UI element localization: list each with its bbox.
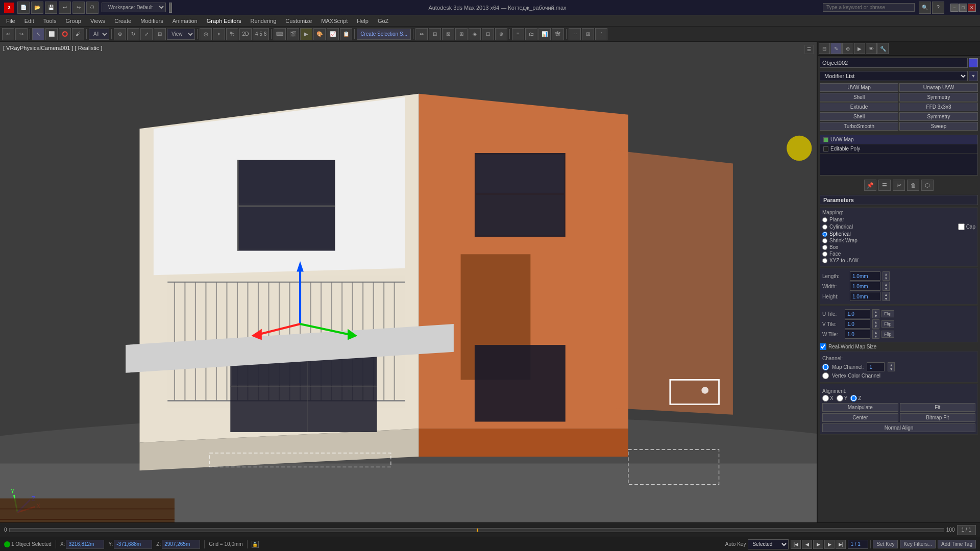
modifier-list-arrow[interactable]: ▼	[969, 71, 978, 81]
mod-shell-1[interactable]: Shell	[820, 93, 898, 102]
w-tile-input[interactable]	[845, 330, 870, 339]
menu-edit[interactable]: Edit	[20, 17, 38, 25]
new-button[interactable]: 📄	[17, 2, 30, 14]
width-input[interactable]	[850, 282, 880, 291]
vertex-color-radio[interactable]	[822, 372, 829, 379]
stack-item-editable-poly[interactable]: Editable Poly	[820, 144, 977, 154]
select-by-name-button[interactable]: 📋	[340, 28, 352, 40]
length-spinner[interactable]: ▲ ▼	[883, 271, 890, 281]
radio-spherical-input[interactable]	[822, 232, 827, 237]
lock-icon[interactable]: 🔒	[252, 541, 259, 548]
map-channel-input[interactable]	[867, 362, 885, 371]
menu-customize[interactable]: Customize	[281, 17, 316, 25]
manipulate-button[interactable]: Manipulate	[822, 403, 898, 412]
panel-tab-hierarchy[interactable]: ⊕	[842, 43, 853, 54]
menu-modifiers[interactable]: Modifiers	[136, 17, 167, 25]
panel-tab-display[interactable]: ⊟	[819, 43, 830, 54]
u-flip-button[interactable]: Flip	[881, 310, 894, 317]
next-key-button[interactable]: ▶	[824, 540, 835, 549]
align-to-view-button[interactable]: ⊛	[495, 28, 507, 40]
object-name-input[interactable]	[820, 58, 968, 68]
help-button[interactable]: ?	[932, 2, 944, 14]
normal-align-button[interactable]: ⊞	[455, 28, 468, 40]
material-editor-button[interactable]: 🎨	[313, 28, 326, 40]
filter-dropdown[interactable]: All	[89, 29, 109, 40]
center-button[interactable]: ◎	[200, 28, 212, 40]
x-align-radio[interactable]	[822, 395, 829, 402]
channel-spinner[interactable]: ▲ ▼	[888, 362, 895, 371]
u-tile-input[interactable]	[845, 309, 870, 318]
menu-graph-editors[interactable]: Graph Editors	[203, 17, 246, 25]
play-button[interactable]: ▶	[813, 540, 823, 549]
parameters-title[interactable]: Parameters	[820, 195, 978, 205]
radio-xyz-to-uvw-input[interactable]	[822, 258, 827, 263]
track-view-button[interactable]: 📊	[538, 28, 551, 40]
scale-button[interactable]: ⤢	[140, 28, 153, 40]
mod-symmetry-2[interactable]: Symmetry	[899, 112, 978, 121]
panel-tab-utilities[interactable]: 🔧	[877, 43, 889, 54]
stack-item-uvw-map[interactable]: UVW Map	[820, 135, 977, 144]
workspace-resize[interactable]	[169, 3, 172, 13]
radio-box-input[interactable]	[822, 245, 827, 250]
mod-turbosmooth[interactable]: TurboSmooth	[820, 122, 898, 131]
more-button[interactable]: ⋯	[569, 28, 581, 40]
w-tile-spinner[interactable]: ▲ ▼	[872, 330, 879, 339]
mod-symmetry-1[interactable]: Symmetry	[899, 93, 978, 102]
next-frame-button[interactable]: ▶|	[836, 540, 846, 549]
panel-tab-display2[interactable]: 👁	[866, 43, 877, 54]
v-flip-button[interactable]: Flip	[881, 320, 894, 328]
schematic-view-button[interactable]: 🕸	[552, 28, 564, 40]
menu-views[interactable]: Views	[86, 17, 109, 25]
modifier-list-dropdown[interactable]: Modifier List	[820, 71, 968, 81]
viewport-menu-button[interactable]: ☰	[804, 45, 814, 54]
w-flip-button[interactable]: Flip	[881, 331, 894, 338]
key-filters-button[interactable]: Key Filters...	[900, 540, 936, 548]
mod-unwrap-uvw[interactable]: Unwrap UVW	[899, 83, 978, 92]
height-input[interactable]	[850, 292, 880, 301]
cap-checkbox[interactable]	[958, 223, 965, 230]
ref-coord-dropdown[interactable]: View	[167, 29, 195, 40]
snap-2d-button[interactable]: 2D	[239, 28, 252, 40]
map-channel-radio[interactable]	[822, 364, 829, 370]
mod-uwv-map[interactable]: UVW Map	[820, 83, 898, 92]
align-view-button[interactable]: ⊠	[442, 28, 454, 40]
panel-tab-modify[interactable]: ✎	[830, 43, 842, 54]
menu-animation[interactable]: Animation	[168, 17, 202, 25]
mirror-button[interactable]: ⇔	[415, 28, 428, 40]
align-button[interactable]: ⊟	[429, 28, 441, 40]
percent-snap-button[interactable]: %	[226, 28, 238, 40]
radio-shrink-wrap-input[interactable]	[822, 238, 827, 243]
undo-toolbar-button[interactable]: ↩	[2, 28, 14, 40]
align-camera-button[interactable]: ⊡	[482, 28, 494, 40]
angle-snap-button[interactable]: ⌖	[213, 28, 225, 40]
rotate-button[interactable]: ↻	[127, 28, 139, 40]
show-all-button[interactable]: ☰	[878, 180, 891, 191]
history-button[interactable]: ⏱	[86, 2, 99, 14]
prev-frame-button[interactable]: |◀	[791, 540, 801, 549]
menu-maxscript[interactable]: MAXScript	[317, 17, 352, 25]
prev-key-button[interactable]: ◀	[802, 540, 812, 549]
undo-button[interactable]: ↩	[59, 2, 71, 14]
keyboard-shortcut-button[interactable]: ⌨	[274, 28, 286, 40]
set-key-button[interactable]: Set Key	[873, 540, 898, 548]
real-world-checkbox[interactable]	[820, 343, 826, 350]
close-button[interactable]: ✕	[968, 4, 976, 12]
search-input[interactable]	[823, 3, 915, 12]
menu-file[interactable]: File	[2, 17, 19, 25]
render-button[interactable]: ▶	[300, 28, 312, 40]
y-align-radio[interactable]	[837, 395, 843, 402]
mod-shell-2[interactable]: Shell	[820, 112, 898, 121]
scene-explorer-button[interactable]: 🗂	[525, 28, 537, 40]
timeline-indicator[interactable]	[477, 529, 478, 532]
radio-cylindrical-input[interactable]	[822, 224, 827, 230]
delete-modifier-button[interactable]: 🗑	[907, 180, 919, 191]
y-coord-input[interactable]	[114, 540, 152, 549]
width-spinner[interactable]: ▲ ▼	[883, 282, 890, 291]
normal-align-button[interactable]: Normal Align	[822, 423, 975, 432]
create-selection-set[interactable]: Create Selection S...	[357, 29, 411, 40]
lasso-select-button[interactable]: ⭕	[59, 28, 71, 40]
z-coord-input[interactable]	[162, 540, 200, 549]
menu-goz[interactable]: GoZ	[374, 17, 393, 25]
radio-planar-input[interactable]	[822, 217, 827, 222]
radio-face-input[interactable]	[822, 252, 827, 257]
